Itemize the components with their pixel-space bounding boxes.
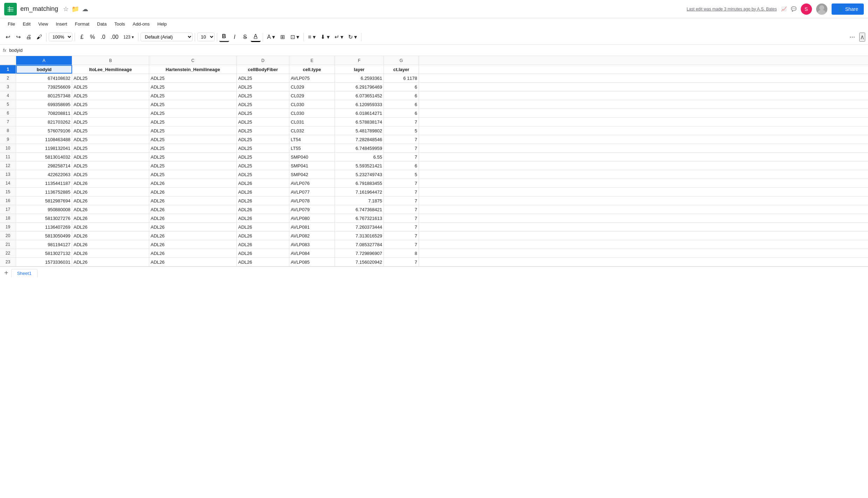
cell-c3[interactable]: ADL25 <box>149 83 237 91</box>
row-number-5[interactable]: 5 <box>0 100 16 109</box>
rotate-button[interactable]: ↻ ▾ <box>346 32 359 42</box>
row-number-6[interactable]: 6 <box>0 109 16 117</box>
cell-c5[interactable]: ADL25 <box>149 100 237 109</box>
cell-b22[interactable]: ADL26 <box>72 249 149 257</box>
cell-c23[interactable]: ADL26 <box>149 258 237 266</box>
cell-a14[interactable]: 1135441187 <box>16 179 72 187</box>
cell-b1[interactable]: ItoLee_Hemilineage <box>72 65 149 74</box>
row-number-14[interactable]: 14 <box>0 179 16 187</box>
formula-input[interactable] <box>9 48 865 53</box>
cell-c14[interactable]: ADL26 <box>149 179 237 187</box>
row-number-11[interactable]: 11 <box>0 153 16 161</box>
cell-g6[interactable]: 6 <box>384 109 419 117</box>
cell-g18[interactable]: 7 <box>384 214 419 222</box>
cell-b3[interactable]: ADL25 <box>72 83 149 91</box>
cell-f2[interactable]: 6.2593361 <box>335 74 384 82</box>
cell-c15[interactable]: ADL26 <box>149 188 237 196</box>
cell-g14[interactable]: 7 <box>384 179 419 187</box>
cell-a1[interactable]: bodyid <box>16 65 72 74</box>
cell-e4[interactable]: CL029 <box>289 91 335 100</box>
cell-a23[interactable]: 1573336031 <box>16 258 72 266</box>
decimal-decrease-button[interactable]: .0 <box>98 33 108 42</box>
cell-g8[interactable]: 5 <box>384 126 419 135</box>
cell-e5[interactable]: CL030 <box>289 100 335 109</box>
cell-g17[interactable]: 7 <box>384 205 419 214</box>
cell-b13[interactable]: ADL25 <box>72 170 149 179</box>
align-button[interactable]: ≡ ▾ <box>306 32 318 42</box>
cell-g5[interactable]: 6 <box>384 100 419 109</box>
cell-d14[interactable]: ADL26 <box>237 179 289 187</box>
col-header-e[interactable]: E <box>289 56 335 65</box>
cell-d5[interactable]: ADL25 <box>237 100 289 109</box>
cell-d20[interactable]: ADL26 <box>237 231 289 240</box>
cell-b11[interactable]: ADL25 <box>72 153 149 161</box>
zoom-selector[interactable]: 100% 75% 50% 125% 150% <box>49 33 73 41</box>
cell-g21[interactable]: 7 <box>384 240 419 249</box>
row-number-21[interactable]: 21 <box>0 240 16 249</box>
cell-b20[interactable]: ADL26 <box>72 231 149 240</box>
cell-b15[interactable]: ADL26 <box>72 188 149 196</box>
cell-e18[interactable]: AVLP080 <box>289 214 335 222</box>
col-header-f[interactable]: F <box>335 56 384 65</box>
cell-g9[interactable]: 7 <box>384 135 419 144</box>
cell-f4[interactable]: 6.073651452 <box>335 91 384 100</box>
row-number-10[interactable]: 10 <box>0 144 16 152</box>
cell-g3[interactable]: 6 <box>384 83 419 91</box>
cell-b21[interactable]: ADL26 <box>72 240 149 249</box>
cell-f5[interactable]: 6.120959333 <box>335 100 384 109</box>
cell-b17[interactable]: ADL26 <box>72 205 149 214</box>
cell-e3[interactable]: CL029 <box>289 83 335 91</box>
menu-insert[interactable]: Insert <box>52 20 71 28</box>
cell-e21[interactable]: AVLP083 <box>289 240 335 249</box>
cell-f9[interactable]: 7.282848546 <box>335 135 384 144</box>
cell-c9[interactable]: ADL25 <box>149 135 237 144</box>
cell-f8[interactable]: 5.481789802 <box>335 126 384 135</box>
cell-a9[interactable]: 1108463488 <box>16 135 72 144</box>
cell-b6[interactable]: ADL25 <box>72 109 149 117</box>
menu-format[interactable]: Format <box>71 20 93 28</box>
cell-b12[interactable]: ADL25 <box>72 161 149 170</box>
cell-f10[interactable]: 6.748459959 <box>335 144 384 152</box>
cell-f1[interactable]: layer <box>335 65 384 74</box>
redo-button[interactable]: ↪ <box>13 32 23 42</box>
col-header-b[interactable]: B <box>72 56 149 65</box>
cloud-icon[interactable]: ☁ <box>82 5 88 13</box>
cell-f7[interactable]: 6.578838174 <box>335 118 384 126</box>
menu-tools[interactable]: Tools <box>111 20 128 28</box>
row-number-18[interactable]: 18 <box>0 214 16 222</box>
cell-a18[interactable]: 5813027276 <box>16 214 72 222</box>
cell-f16[interactable]: 7.1875 <box>335 196 384 205</box>
cell-c11[interactable]: ADL25 <box>149 153 237 161</box>
cell-d4[interactable]: ADL25 <box>237 91 289 100</box>
cell-d13[interactable]: ADL25 <box>237 170 289 179</box>
cell-d11[interactable]: ADL25 <box>237 153 289 161</box>
decimal-increase-button[interactable]: .00 <box>109 33 120 42</box>
row-number-4[interactable]: 4 <box>0 91 16 100</box>
cell-d8[interactable]: ADL25 <box>237 126 289 135</box>
cell-a7[interactable]: 821703262 <box>16 118 72 126</box>
row-number-17[interactable]: 17 <box>0 205 16 214</box>
wrap-button[interactable]: ↵ ▾ <box>332 32 345 42</box>
row-number-19[interactable]: 19 <box>0 223 16 231</box>
row-number-3[interactable]: 3 <box>0 83 16 91</box>
font-selector[interactable]: Default (Arial) Arial Times New Roman <box>140 33 193 41</box>
row-number-20[interactable]: 20 <box>0 231 16 240</box>
cell-e11[interactable]: SMP040 <box>289 153 335 161</box>
cell-c19[interactable]: ADL26 <box>149 223 237 231</box>
menu-file[interactable]: File <box>4 20 19 28</box>
cell-b19[interactable]: ADL26 <box>72 223 149 231</box>
cell-c6[interactable]: ADL25 <box>149 109 237 117</box>
cell-b14[interactable]: ADL26 <box>72 179 149 187</box>
folder-icon[interactable]: 📁 <box>71 5 79 13</box>
cell-e12[interactable]: SMP041 <box>289 161 335 170</box>
cell-f23[interactable]: 7.156020942 <box>335 258 384 266</box>
cell-c2[interactable]: ADL25 <box>149 74 237 82</box>
cell-g11[interactable]: 7 <box>384 153 419 161</box>
cell-d21[interactable]: ADL26 <box>237 240 289 249</box>
row-number-16[interactable]: 16 <box>0 196 16 205</box>
comment-icon[interactable]: 💬 <box>791 6 797 12</box>
cell-d19[interactable]: ADL26 <box>237 223 289 231</box>
cell-f18[interactable]: 6.767321613 <box>335 214 384 222</box>
cell-a22[interactable]: 5813027132 <box>16 249 72 257</box>
cell-e16[interactable]: AVLP078 <box>289 196 335 205</box>
